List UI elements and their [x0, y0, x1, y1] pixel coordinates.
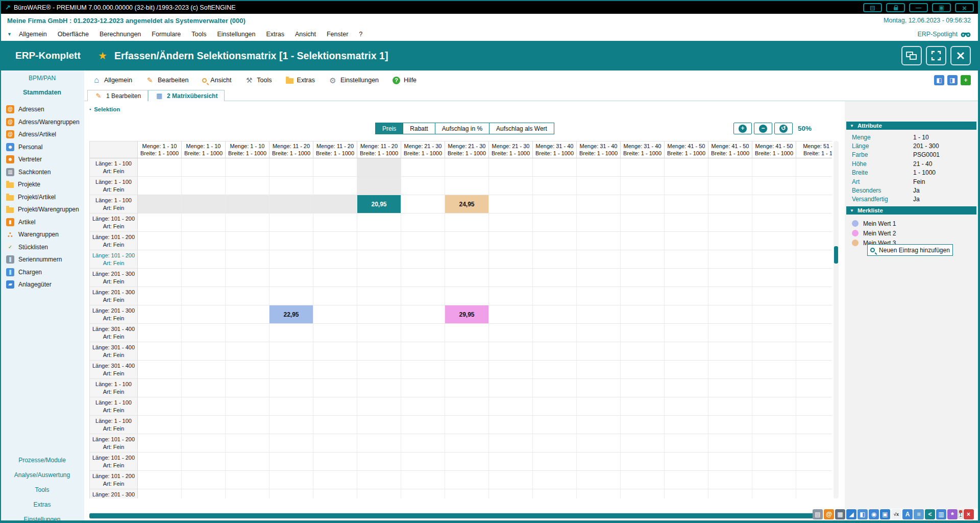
matrix-cell-r17c7[interactable] — [401, 453, 445, 471]
matrix-cell-r11c1[interactable] — [138, 342, 182, 361]
matrix-cell-r14c12[interactable] — [621, 397, 665, 416]
lock-button[interactable] — [886, 3, 905, 12]
matrix-cell-r12c10[interactable] — [533, 361, 577, 379]
matrix-cell-r8c5[interactable] — [313, 287, 357, 305]
matrix-cell-r6c5[interactable] — [313, 250, 357, 269]
matrix-cell-r3c8[interactable]: 24,95 — [445, 195, 489, 213]
matrix-cell-r1c9[interactable] — [489, 158, 533, 177]
matrix-cell-r10c10[interactable] — [533, 324, 577, 342]
mode-button-rabatt[interactable]: Rabatt — [403, 123, 435, 134]
matrix-cell-r6c12[interactable] — [621, 250, 665, 269]
matrix-cell-r12c6[interactable] — [357, 361, 401, 379]
detach-window-button[interactable] — [901, 46, 922, 65]
toolbar-item-tools[interactable]: ⚒Tools — [245, 76, 272, 84]
matrix-cell-r4c5[interactable] — [313, 213, 357, 232]
matrix-cell-r9c15[interactable] — [752, 305, 796, 324]
matrix-cell-r2c8[interactable] — [445, 177, 489, 195]
sidebar-link-extras[interactable]: Extras — [0, 497, 84, 512]
matrix-cell-r12c5[interactable] — [313, 361, 357, 379]
sidebar-item-personal[interactable]: ☻Personal — [0, 141, 84, 154]
matrix-cell-r19c15[interactable] — [752, 489, 796, 498]
matrix-cell-r5c1[interactable] — [138, 232, 182, 250]
matrix-cell-r16c4[interactable] — [270, 434, 313, 453]
matrix-cell-r5c15[interactable] — [752, 232, 796, 250]
matrix-cell-r2c9[interactable] — [489, 177, 533, 195]
matrix-cell-r15c11[interactable] — [577, 416, 621, 434]
matrix-cell-r17c1[interactable] — [138, 453, 182, 471]
matrix-cell-r14c16[interactable] — [796, 397, 832, 416]
matrix-cell-r3c9[interactable] — [489, 195, 533, 213]
matrix-cell-r12c4[interactable] — [270, 361, 313, 379]
matrix-cell-r14c1[interactable] — [138, 397, 182, 416]
matrix-cell-r9c3[interactable] — [226, 305, 270, 324]
matrix-cell-r9c7[interactable] — [401, 305, 445, 324]
matrix-cell-r13c12[interactable] — [621, 379, 665, 397]
matrix-cell-r4c11[interactable] — [577, 213, 621, 232]
matrix-cell-r19c6[interactable] — [357, 489, 401, 498]
sidebar-link-analyse-auswertung[interactable]: Analyse/Auswertung — [0, 467, 84, 482]
merkliste-item-mein-wert-1[interactable]: Mein Wert 1 — [845, 219, 978, 228]
matrix-cell-r5c2[interactable] — [182, 232, 226, 250]
matrix-cell-r3c7[interactable] — [401, 195, 445, 213]
matrix-cell-r5c11[interactable] — [577, 232, 621, 250]
matrix-cell-r6c9[interactable] — [489, 250, 533, 269]
matrix-cell-r16c13[interactable] — [665, 434, 708, 453]
matrix-cell-r12c12[interactable] — [621, 361, 665, 379]
window-button[interactable]: ◧ — [857, 509, 868, 519]
favorite-star-icon[interactable]: ★ — [98, 50, 107, 62]
matrix-cell-r13c8[interactable] — [445, 379, 489, 397]
maximize-button[interactable]: ▣ — [932, 3, 951, 12]
matrix-cell-r9c10[interactable] — [533, 305, 577, 324]
matrix-cell-r19c8[interactable] — [445, 489, 489, 498]
matrix-cell-r1c13[interactable] — [665, 158, 708, 177]
matrix-cell-r2c6[interactable] — [357, 177, 401, 195]
mode-button-aufschlag-in-[interactable]: Aufschlag in % — [435, 123, 489, 134]
matrix-cell-r3c13[interactable] — [665, 195, 708, 213]
matrix-cell-r4c9[interactable] — [489, 213, 533, 232]
matrix-cell-r13c16[interactable] — [796, 379, 832, 397]
tab-2-matrixübersicht[interactable]: ▦2 Matrixübersicht — [148, 90, 225, 101]
matrix-cell-r12c7[interactable] — [401, 361, 445, 379]
new-window-button[interactable]: + — [961, 75, 971, 85]
matrix-cell-r5c7[interactable] — [401, 232, 445, 250]
matrix-cell-r5c6[interactable] — [357, 232, 401, 250]
matrix-cell-r10c12[interactable] — [621, 324, 665, 342]
matrix-cell-r8c2[interactable] — [182, 287, 226, 305]
minimize-button[interactable]: — — [909, 3, 928, 12]
matrix-cell-r2c12[interactable] — [621, 177, 665, 195]
sidebar-item-adressen[interactable]: @Adressen — [0, 103, 84, 116]
sidebar-item-adress-artikel[interactable]: @Adress/Artikel — [0, 128, 84, 141]
matrix-cell-r18c10[interactable] — [533, 471, 577, 489]
matrix-cell-r8c15[interactable] — [752, 287, 796, 305]
sidebar-link-prozesse-module[interactable]: Prozesse/Module — [0, 453, 84, 467]
matrix-cell-r14c7[interactable] — [401, 397, 445, 416]
matrix-cell-r9c12[interactable] — [621, 305, 665, 324]
sidebar-item-projekte[interactable]: Projekte — [0, 178, 84, 191]
matrix-cell-r15c9[interactable] — [489, 416, 533, 434]
matrix-cell-r8c7[interactable] — [401, 287, 445, 305]
matrix-cell-r15c12[interactable] — [621, 416, 665, 434]
matrix-cell-r5c16[interactable] — [796, 232, 832, 250]
menu-item-extras[interactable]: Extras — [266, 31, 284, 38]
matrix-cell-r10c5[interactable] — [313, 324, 357, 342]
matrix-cell-r7c1[interactable] — [138, 269, 182, 287]
matrix-cell-r4c2[interactable] — [182, 213, 226, 232]
toolbar-item-einstellungen[interactable]: ⚙Einstellungen — [329, 76, 379, 84]
matrix-cell-r4c7[interactable] — [401, 213, 445, 232]
matrix-cell-r8c4[interactable] — [270, 287, 313, 305]
matrix-cell-r10c1[interactable] — [138, 324, 182, 342]
matrix-cell-r18c5[interactable] — [313, 471, 357, 489]
menu-item--[interactable]: ? — [359, 31, 362, 38]
matrix-cell-r19c2[interactable] — [182, 489, 226, 498]
matrix-cell-r5c9[interactable] — [489, 232, 533, 250]
matrix-cell-r13c7[interactable] — [401, 379, 445, 397]
matrix-cell-r12c13[interactable] — [665, 361, 708, 379]
matrix-cell-r16c7[interactable] — [401, 434, 445, 453]
matrix-cell-r8c1[interactable] — [138, 287, 182, 305]
matrix-cell-r11c2[interactable] — [182, 342, 226, 361]
matrix-cell-r11c9[interactable] — [489, 342, 533, 361]
formula-button[interactable]: √x — [891, 509, 901, 519]
matrix-cell-r9c11[interactable] — [577, 305, 621, 324]
matrix-cell-r13c14[interactable] — [708, 379, 752, 397]
matrix-cell-r2c1[interactable] — [138, 177, 182, 195]
